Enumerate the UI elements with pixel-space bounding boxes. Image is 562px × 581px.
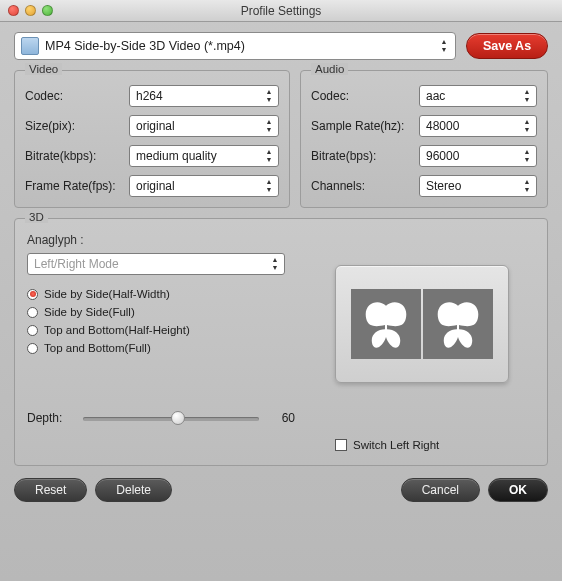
radio-icon <box>27 325 38 336</box>
butterfly-right-icon <box>423 289 493 359</box>
window-controls <box>8 5 53 16</box>
audio-codec-label: Codec: <box>311 89 419 103</box>
depth-label: Depth: <box>27 411 75 425</box>
minimize-icon[interactable] <box>25 5 36 16</box>
delete-button[interactable]: Delete <box>95 478 172 502</box>
radio-icon <box>27 289 38 300</box>
radio-top-full[interactable]: Top and Bottom(Full) <box>27 339 295 357</box>
radio-side-full[interactable]: Side by Side(Full) <box>27 303 295 321</box>
chevron-updown-icon <box>262 88 276 104</box>
chevron-updown-icon <box>262 118 276 134</box>
video-group: Video Codec: h264 Size(pix): original Bi… <box>14 70 290 208</box>
chevron-updown-icon <box>520 148 534 164</box>
audio-channels-label: Channels: <box>311 179 419 193</box>
audio-samplerate-label: Sample Rate(hz): <box>311 119 419 133</box>
mp4-file-icon <box>21 37 39 55</box>
radio-icon <box>27 343 38 354</box>
ok-button[interactable]: OK <box>488 478 548 502</box>
audio-bitrate-label: Bitrate(bps): <box>311 149 419 163</box>
audio-group-title: Audio <box>311 63 348 75</box>
three-d-preview <box>335 265 509 383</box>
switch-left-right-label: Switch Left Right <box>353 439 439 451</box>
audio-bitrate-select[interactable]: 96000 <box>419 145 537 167</box>
stepper-arrows-icon <box>437 38 451 54</box>
video-framerate-select[interactable]: original <box>129 175 279 197</box>
butterfly-left-icon <box>351 289 421 359</box>
audio-group: Audio Codec: aac Sample Rate(hz): 48000 … <box>300 70 548 208</box>
profile-selected-value: MP4 Side-by-Side 3D Video (*.mp4) <box>45 39 431 53</box>
depth-value: 60 <box>267 411 295 425</box>
switch-left-right-row[interactable]: Switch Left Right <box>335 439 509 451</box>
chevron-updown-icon <box>268 256 282 272</box>
video-bitrate-select[interactable]: medium quality <box>129 145 279 167</box>
cancel-button[interactable]: Cancel <box>401 478 480 502</box>
chevron-updown-icon <box>520 178 534 194</box>
video-group-title: Video <box>25 63 62 75</box>
window-title: Profile Settings <box>0 4 562 18</box>
chevron-updown-icon <box>262 178 276 194</box>
chevron-updown-icon <box>262 148 276 164</box>
three-d-mode-radios: Side by Side(Half-Width) Side by Side(Fu… <box>27 285 295 357</box>
chevron-updown-icon <box>520 88 534 104</box>
video-bitrate-label: Bitrate(kbps): <box>25 149 129 163</box>
radio-side-half[interactable]: Side by Side(Half-Width) <box>27 285 295 303</box>
video-size-label: Size(pix): <box>25 119 129 133</box>
video-size-select[interactable]: original <box>129 115 279 137</box>
checkbox-icon[interactable] <box>335 439 347 451</box>
titlebar: Profile Settings <box>0 0 562 22</box>
zoom-icon[interactable] <box>42 5 53 16</box>
video-codec-select[interactable]: h264 <box>129 85 279 107</box>
video-codec-label: Codec: <box>25 89 129 103</box>
video-framerate-label: Frame Rate(fps): <box>25 179 129 193</box>
profile-select[interactable]: MP4 Side-by-Side 3D Video (*.mp4) <box>14 32 456 60</box>
radio-icon <box>27 307 38 318</box>
audio-samplerate-select[interactable]: 48000 <box>419 115 537 137</box>
depth-slider[interactable] <box>83 409 259 427</box>
three-d-group-title: 3D <box>25 211 48 223</box>
close-icon[interactable] <box>8 5 19 16</box>
audio-codec-select[interactable]: aac <box>419 85 537 107</box>
reset-button[interactable]: Reset <box>14 478 87 502</box>
radio-top-half[interactable]: Top and Bottom(Half-Height) <box>27 321 295 339</box>
three-d-group: 3D Anaglyph : Left/Right Mode Side by Si… <box>14 218 548 466</box>
anaglyph-mode-select[interactable]: Left/Right Mode <box>27 253 285 275</box>
save-as-button[interactable]: Save As <box>466 33 548 59</box>
slider-thumb[interactable] <box>171 411 185 425</box>
audio-channels-select[interactable]: Stereo <box>419 175 537 197</box>
anaglyph-label: Anaglyph : <box>27 233 295 247</box>
chevron-updown-icon <box>520 118 534 134</box>
